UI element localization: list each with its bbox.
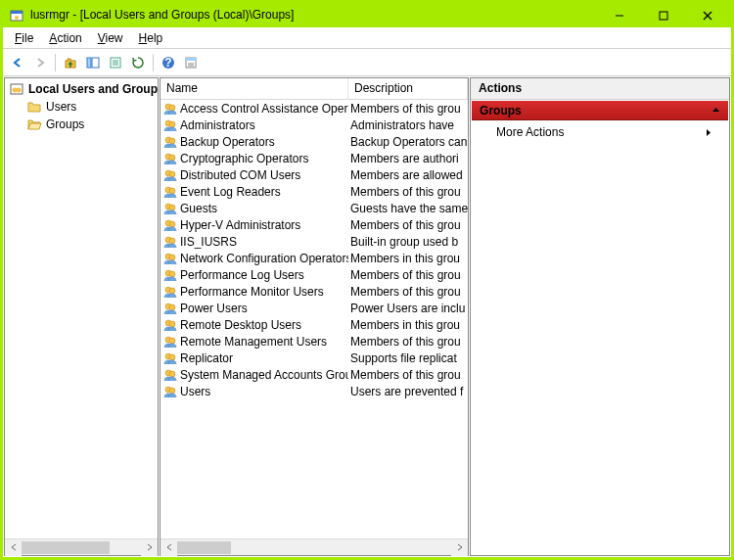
group-name: Event Log Readers xyxy=(180,185,281,199)
list-item[interactable]: UsersUsers are prevented f xyxy=(161,383,468,399)
list-item[interactable]: Performance Monitor UsersMembers of this… xyxy=(161,283,468,300)
group-name: Administrators xyxy=(180,118,255,132)
svg-point-21 xyxy=(169,105,175,111)
scroll-left-icon[interactable] xyxy=(5,539,22,556)
refresh-button[interactable] xyxy=(127,52,149,73)
group-description: Users are prevented f xyxy=(348,385,468,398)
column-header-name[interactable]: Name xyxy=(161,78,348,99)
app-icon xyxy=(9,8,24,23)
list-item[interactable]: ReplicatorSupports file replicat xyxy=(161,350,468,366)
group-icon xyxy=(162,301,178,316)
properties-button[interactable] xyxy=(180,52,202,73)
forward-button[interactable] xyxy=(29,52,51,73)
actions-more-actions[interactable]: More Actions xyxy=(471,121,729,143)
list-item[interactable]: Network Configuration OperatorsMembers i… xyxy=(161,250,468,266)
scroll-right-icon[interactable] xyxy=(451,539,468,556)
group-icon xyxy=(162,117,178,133)
list-item[interactable]: Backup OperatorsBackup Operators can xyxy=(161,133,468,150)
list-item[interactable]: Hyper-V AdministratorsMembers of this gr… xyxy=(161,216,468,233)
group-icon xyxy=(162,167,178,183)
list-item[interactable]: Distributed COM UsersMembers are allowed xyxy=(161,166,468,183)
app-window: lusrmgr - [Local Users and Groups (Local… xyxy=(0,0,734,560)
group-icon xyxy=(162,267,178,283)
maximize-button[interactable] xyxy=(641,3,685,27)
tree-view[interactable]: Local Users and Groups (Lo Users Groups xyxy=(5,78,158,538)
group-icon xyxy=(162,151,178,166)
minimize-button[interactable] xyxy=(597,3,641,27)
group-description: Members of this grou xyxy=(348,218,468,232)
group-description: Members of this grou xyxy=(348,368,468,382)
folder-open-icon xyxy=(26,117,42,132)
list-item[interactable]: Remote Management UsersMembers of this g… xyxy=(161,333,468,350)
help-button[interactable]: ? xyxy=(158,52,179,73)
actions-pane: Actions Groups More Actions xyxy=(470,77,730,556)
close-button[interactable] xyxy=(685,3,729,27)
export-list-button[interactable] xyxy=(105,52,126,73)
svg-point-43 xyxy=(169,288,175,294)
menu-view[interactable]: View xyxy=(90,29,131,47)
tree-node-groups[interactable]: Groups xyxy=(5,116,158,133)
list-item[interactable]: Event Log ReadersMembers of this grou xyxy=(161,183,468,200)
tree-node-users[interactable]: Users xyxy=(5,98,158,116)
group-description: Backup Operators can xyxy=(348,135,468,149)
list-pane: Name Description Access Control Assistan… xyxy=(160,77,469,556)
scroll-left-icon[interactable] xyxy=(161,539,177,556)
group-name: Network Configuration Operators xyxy=(180,252,348,265)
group-icon xyxy=(162,284,178,300)
group-description: Members in this grou xyxy=(348,318,468,332)
group-icon xyxy=(162,367,178,383)
svg-rect-1 xyxy=(11,11,23,14)
group-name: Performance Log Users xyxy=(180,268,304,282)
snapin-icon xyxy=(9,81,24,97)
scroll-right-icon[interactable] xyxy=(141,539,158,556)
window-title: lusrmgr - [Local Users and Groups (Local… xyxy=(30,3,597,27)
group-description: Administrators have xyxy=(348,118,468,132)
group-name: Guests xyxy=(180,202,217,215)
group-name: System Managed Accounts Group xyxy=(180,368,348,382)
list-body[interactable]: Access Control Assistance OperatorsMembe… xyxy=(161,100,468,538)
group-name: IIS_IUSRS xyxy=(180,235,237,249)
title-bar[interactable]: lusrmgr - [Local Users and Groups (Local… xyxy=(3,3,731,27)
list-item[interactable]: Cryptographic OperatorsMembers are autho… xyxy=(161,150,468,166)
list-item[interactable]: IIS_IUSRSBuilt-in group used b xyxy=(161,233,468,250)
menu-help[interactable]: Help xyxy=(131,29,171,47)
group-icon xyxy=(162,134,178,150)
svg-point-35 xyxy=(169,221,175,227)
group-name: Access Control Assistance Operators xyxy=(180,102,348,116)
list-item[interactable]: AdministratorsAdministrators have xyxy=(161,117,468,133)
svg-text:?: ? xyxy=(164,56,171,70)
back-button[interactable] xyxy=(7,52,28,73)
group-description: Built-in group used b xyxy=(348,235,468,249)
svg-point-39 xyxy=(169,255,175,260)
tree-hscrollbar[interactable] xyxy=(5,538,158,555)
group-icon xyxy=(162,234,178,250)
list-item[interactable]: System Managed Accounts GroupMembers of … xyxy=(161,366,468,383)
list-item[interactable]: Remote Desktop UsersMembers in this grou xyxy=(161,316,468,333)
group-name: Remote Management Users xyxy=(180,335,327,349)
list-item[interactable]: GuestsGuests have the same xyxy=(161,200,468,216)
svg-point-23 xyxy=(169,121,175,127)
toolbar-separator xyxy=(55,54,56,71)
show-hide-tree-button[interactable] xyxy=(82,52,104,73)
list-hscrollbar[interactable] xyxy=(161,538,468,555)
list-item[interactable]: Power UsersPower Users are inclu xyxy=(161,300,468,316)
group-description: Members of this grou xyxy=(348,335,468,349)
svg-point-47 xyxy=(169,321,175,327)
menu-action[interactable]: Action xyxy=(41,29,89,47)
svg-point-41 xyxy=(169,271,175,277)
list-item[interactable]: Access Control Assistance OperatorsMembe… xyxy=(161,100,468,117)
group-description: Members of this grou xyxy=(348,102,468,116)
group-name: Hyper-V Administrators xyxy=(180,218,300,232)
menu-file[interactable]: File xyxy=(7,29,41,47)
svg-point-25 xyxy=(169,138,175,144)
svg-rect-14 xyxy=(186,58,196,61)
tree-root-node[interactable]: Local Users and Groups (Lo xyxy=(5,80,158,98)
actions-pane-header: Actions xyxy=(471,78,729,100)
actions-section-label: Groups xyxy=(480,104,522,117)
list-item[interactable]: Performance Log UsersMembers of this gro… xyxy=(161,266,468,283)
up-button[interactable] xyxy=(60,52,81,73)
column-header-description[interactable]: Description xyxy=(348,78,468,99)
svg-point-51 xyxy=(169,354,175,360)
group-description: Members are allowed xyxy=(348,168,468,182)
actions-section-groups[interactable]: Groups xyxy=(472,101,728,120)
